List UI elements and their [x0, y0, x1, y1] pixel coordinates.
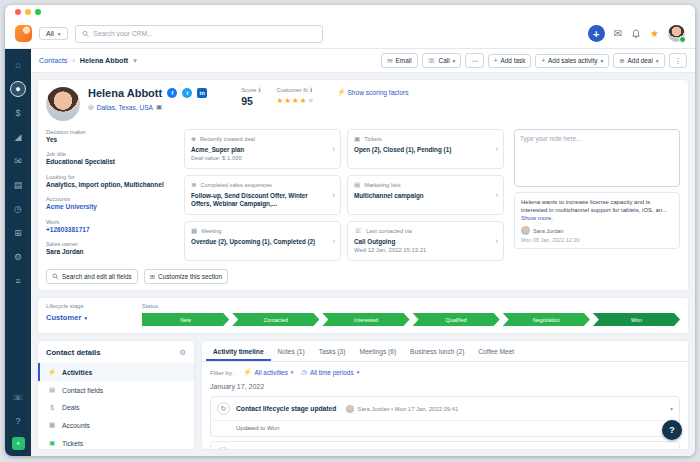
stage-negotiation[interactable]: Negotiation	[503, 313, 590, 326]
meetings-card[interactable]: ▦Meeting Overdue (2), Upcoming (1), Comp…	[184, 221, 341, 261]
customize-section-button[interactable]: ⊞ Customize this section	[144, 269, 228, 284]
lifecycle-stage-dropdown[interactable]: Customer ▾	[46, 313, 132, 322]
stage-contacted[interactable]: Contacted	[232, 313, 319, 326]
details-item-accounts[interactable]: ▦ Accounts	[38, 416, 194, 434]
sidebar-item-phone[interactable]: ☏	[10, 389, 26, 405]
user-avatar[interactable]	[668, 25, 685, 42]
search-input[interactable]	[93, 30, 315, 37]
add-deal-button[interactable]: ⊕Add deal▾	[613, 53, 664, 68]
building-icon[interactable]: ▣	[156, 103, 162, 111]
contact-page-content: Helena Abbott f t in ◎ Dallas, Texas, US…	[31, 73, 695, 456]
sidebar-item-deals[interactable]: $	[10, 105, 26, 121]
chevron-right-icon[interactable]: ›	[495, 190, 498, 200]
marketing-lists-card[interactable]: ▤Marketing lists Multichannel campaign ›	[347, 175, 504, 215]
last-contacted-card[interactable]: ☏Last contacted via Call Outgoing Wed 12…	[347, 221, 504, 261]
show-scoring-factors-link[interactable]: ⚡ Show scoring factors	[337, 87, 408, 96]
chevron-right-icon[interactable]: ›	[495, 144, 498, 154]
search-edit-fields-button[interactable]: Search and edit all fields	[46, 269, 138, 284]
sidebar-item-apps[interactable]: ⊞	[10, 225, 26, 241]
sidebar-item-contacts[interactable]: ●	[10, 81, 26, 97]
sidebar-item-home[interactable]: ⌂	[10, 57, 26, 73]
recent-deal-card[interactable]: ◈Recently created deal Acme_Super plan D…	[184, 129, 341, 169]
search-icon	[82, 30, 90, 38]
timeline-entry[interactable]: ↻ Contact lifecycle stage updated Preksh…	[210, 441, 680, 450]
kebab-icon: ⋮	[675, 57, 681, 65]
app-logo-icon[interactable]	[15, 25, 32, 42]
chevron-right-icon[interactable]: ›	[332, 144, 335, 154]
tickets-card[interactable]: ▣Tickets Open (2), Closed (1), Pending (…	[347, 129, 504, 169]
help-button[interactable]: ?	[662, 420, 682, 440]
stage-new[interactable]: New	[142, 313, 229, 326]
sidebar-item-help[interactable]: ?	[10, 413, 26, 429]
account-link[interactable]: Acme University	[46, 203, 174, 211]
filter-periods-dropdown[interactable]: ◷ All time periods ▾	[301, 368, 359, 376]
sidebar-item-conversations[interactable]: ✉	[10, 153, 26, 169]
location-text[interactable]: Dallas, Texas, USA	[97, 104, 153, 111]
stage-interested[interactable]: Interested	[322, 313, 409, 326]
email-button[interactable]: ✉Email	[381, 53, 417, 68]
details-item-deals[interactable]: $ Deals	[38, 399, 194, 416]
chevron-right-icon[interactable]: ›	[495, 236, 498, 246]
add-task-label: Add task	[501, 57, 526, 64]
stage-qualified[interactable]: Qualified	[413, 313, 500, 326]
gear-icon[interactable]: ⚙	[179, 348, 186, 357]
details-item-contact-fields[interactable]: ▤ Contact fields	[38, 381, 194, 399]
sidebar-item-settings[interactable]: ⚙	[10, 249, 26, 265]
global-search[interactable]	[75, 25, 323, 43]
lifecycle-update-icon: ↻	[217, 402, 230, 415]
close-window-button[interactable]	[15, 9, 21, 15]
maximize-window-button[interactable]	[35, 9, 41, 15]
quick-add-button[interactable]: +	[588, 25, 605, 42]
sidebar-item-reports[interactable]: ◢	[10, 129, 26, 145]
call-button[interactable]: ☏Call▾	[422, 53, 462, 68]
kebab-menu-button[interactable]: ⋮	[669, 53, 687, 68]
chevron-down-icon[interactable]: ▾	[133, 56, 137, 65]
details-item-activities[interactable]: ⚡ Activities	[38, 363, 194, 381]
breadcrumb-separator: ›	[72, 56, 74, 65]
details-item-tickets[interactable]: ▣ Tickets	[38, 434, 194, 452]
tab-tasks[interactable]: Tasks (3)	[312, 341, 353, 361]
add-task-button[interactable]: +Add task	[488, 54, 532, 68]
collapse-entry-icon[interactable]: ▾	[670, 405, 673, 412]
ellipsis-icon: ⋯	[471, 57, 477, 65]
show-more-link[interactable]: Show more.	[521, 215, 553, 221]
tab-notes[interactable]: Notes (1)	[271, 341, 312, 361]
facebook-icon[interactable]: f	[167, 88, 177, 98]
tab-coffee-meet[interactable]: Coffee Meet	[471, 341, 521, 361]
global-filter-dropdown[interactable]: All ▾	[39, 27, 68, 40]
phone-link[interactable]: +12803381717	[46, 226, 174, 234]
window-titlebar	[5, 5, 695, 19]
twitter-icon[interactable]: t	[182, 88, 192, 98]
contact-avatar[interactable]	[46, 87, 80, 121]
note-input[interactable]	[514, 129, 680, 187]
add-sales-activity-button[interactable]: +Add sales activity▾	[535, 54, 609, 68]
bell-icon[interactable]	[631, 29, 641, 39]
note-card[interactable]: Helena wants to increase license capacit…	[514, 192, 680, 249]
more-actions-button[interactable]: ⋯	[465, 53, 483, 68]
minimize-window-button[interactable]	[25, 9, 31, 15]
info-icon[interactable]: ℹ	[310, 87, 312, 93]
filter-activities-dropdown[interactable]: ⚡ All activities ▾	[243, 368, 293, 376]
note-text: Helena wants to increase license capacit…	[521, 199, 667, 213]
stage-won[interactable]: Won	[593, 313, 680, 326]
phone-icon: ☏	[428, 57, 436, 65]
tab-activity-timeline[interactable]: Activity timeline	[206, 341, 271, 361]
chevron-right-icon[interactable]: ›	[332, 236, 335, 246]
freshworks-switcher-icon[interactable]: +	[12, 437, 25, 450]
rewards-icon[interactable]: ★	[650, 28, 659, 39]
sidebar-item-calendar[interactable]: ◷	[10, 201, 26, 217]
tab-business-lunch[interactable]: Business lunch (2)	[403, 341, 471, 361]
linkedin-icon[interactable]: in	[197, 88, 207, 98]
chevron-right-icon[interactable]: ›	[332, 190, 335, 200]
timeline-entry[interactable]: ↻ Contact lifecycle stage updated Sara J…	[210, 396, 680, 437]
sales-sequences-card[interactable]: ≣Completed sales sequences Follow-up, Se…	[184, 175, 341, 215]
clock-icon: ◷	[301, 368, 307, 376]
mail-icon[interactable]: ✉	[614, 29, 622, 39]
card-title: Marketing lists	[364, 182, 400, 188]
customer-fit-label: Customer fit	[277, 87, 308, 93]
breadcrumb-contacts-link[interactable]: Contacts	[39, 56, 67, 65]
sidebar-item-menu[interactable]: ≡	[10, 273, 26, 289]
tab-meetings[interactable]: Meetings (6)	[352, 341, 403, 361]
info-icon[interactable]: ℹ	[258, 87, 260, 93]
sidebar-item-lists[interactable]: ▤	[10, 177, 26, 193]
